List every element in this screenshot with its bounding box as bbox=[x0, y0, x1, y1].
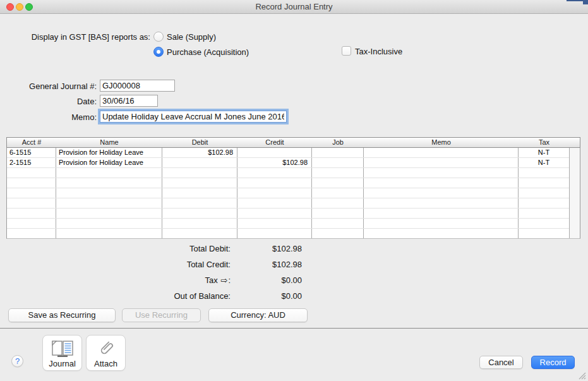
cell-debit[interactable] bbox=[162, 178, 237, 188]
cell-acct[interactable] bbox=[7, 229, 56, 238]
window-title: Record Journal Entry bbox=[0, 0, 588, 14]
cell-tax[interactable] bbox=[519, 229, 570, 238]
tax-inclusive-label[interactable]: Tax-Inclusive bbox=[355, 46, 402, 57]
cell-job[interactable] bbox=[312, 198, 364, 208]
cell-name[interactable] bbox=[56, 209, 162, 218]
cell-job[interactable] bbox=[312, 229, 364, 238]
cell-name[interactable] bbox=[56, 219, 162, 228]
cell-tax[interactable] bbox=[519, 188, 570, 198]
table-row[interactable] bbox=[7, 178, 580, 188]
table-scrollbar-track[interactable] bbox=[569, 148, 580, 239]
cell-memo[interactable] bbox=[364, 209, 519, 218]
cell-job[interactable] bbox=[312, 219, 364, 228]
cell-credit[interactable] bbox=[237, 148, 312, 157]
cell-tax[interactable]: N-T bbox=[519, 158, 570, 167]
radio-purchase-acquisition[interactable] bbox=[153, 47, 164, 57]
tax-total-label: Tax ⇨: bbox=[114, 275, 231, 286]
cell-name[interactable] bbox=[56, 178, 162, 188]
table-row[interactable] bbox=[7, 198, 580, 209]
cell-name[interactable] bbox=[56, 229, 162, 238]
date-input[interactable] bbox=[100, 95, 158, 107]
cell-tax[interactable]: N-T bbox=[519, 148, 570, 157]
cell-credit[interactable] bbox=[237, 229, 312, 238]
cell-debit[interactable] bbox=[162, 209, 237, 218]
cell-name[interactable] bbox=[56, 188, 162, 198]
table-row[interactable] bbox=[7, 188, 580, 198]
save-as-recurring-button[interactable]: Save as Recurring bbox=[8, 308, 116, 322]
footer-separator bbox=[0, 328, 588, 329]
cell-name[interactable]: Provision for Holiday Leave bbox=[56, 148, 162, 157]
currency-button[interactable]: Currency: AUD bbox=[208, 308, 308, 322]
table-row[interactable] bbox=[7, 219, 580, 229]
cell-debit[interactable]: $102.98 bbox=[162, 148, 237, 157]
journal-button[interactable]: Journal bbox=[42, 335, 82, 371]
cell-acct[interactable] bbox=[7, 178, 56, 188]
table-row[interactable]: 2-1515Provision for Holiday Leave$102.98… bbox=[7, 158, 580, 168]
cell-memo[interactable] bbox=[364, 229, 519, 238]
cell-memo[interactable] bbox=[364, 148, 519, 157]
cell-memo[interactable] bbox=[364, 198, 519, 208]
radio-sale-supply[interactable] bbox=[153, 32, 164, 42]
cell-acct[interactable] bbox=[7, 209, 56, 218]
cell-acct[interactable]: 6-1515 bbox=[7, 148, 56, 157]
tax-inclusive-checkbox[interactable] bbox=[342, 46, 351, 56]
cell-job[interactable] bbox=[312, 158, 364, 167]
cell-tax[interactable] bbox=[519, 209, 570, 218]
attach-button[interactable]: Attach bbox=[86, 335, 126, 371]
cell-job[interactable] bbox=[312, 209, 364, 218]
cell-credit[interactable] bbox=[237, 209, 312, 218]
tax-drilldown-arrow-icon[interactable]: ⇨ bbox=[220, 275, 228, 285]
memo-label: Memo: bbox=[0, 112, 97, 123]
cell-credit[interactable] bbox=[237, 219, 312, 228]
cell-tax[interactable] bbox=[519, 178, 570, 188]
cell-acct[interactable] bbox=[7, 219, 56, 228]
cell-acct[interactable]: 2-1515 bbox=[7, 158, 56, 167]
cell-credit[interactable] bbox=[237, 198, 312, 208]
resize-grip[interactable] bbox=[577, 370, 586, 380]
cell-job[interactable] bbox=[312, 148, 364, 157]
cancel-button[interactable]: Cancel bbox=[479, 356, 523, 369]
cell-memo[interactable] bbox=[364, 188, 519, 198]
cell-name[interactable] bbox=[56, 168, 162, 178]
cell-memo[interactable] bbox=[364, 219, 519, 228]
journal-table-body[interactable]: 6-1515Provision for Holiday Leave$102.98… bbox=[6, 148, 580, 239]
cell-debit[interactable] bbox=[162, 198, 237, 208]
cell-credit[interactable] bbox=[237, 188, 312, 198]
journal-button-label: Journal bbox=[43, 359, 81, 368]
cell-tax[interactable] bbox=[519, 219, 570, 228]
background-window-fragment bbox=[583, 0, 588, 4]
cell-credit[interactable] bbox=[237, 168, 312, 178]
cell-name[interactable] bbox=[56, 198, 162, 208]
cell-memo[interactable] bbox=[364, 178, 519, 188]
journal-number-input[interactable] bbox=[100, 80, 175, 92]
table-row[interactable] bbox=[7, 168, 580, 178]
help-button[interactable]: ? bbox=[11, 355, 23, 367]
total-credit-label: Total Credit: bbox=[114, 260, 231, 270]
total-credit-value: $102.98 bbox=[240, 260, 302, 270]
cell-tax[interactable] bbox=[519, 198, 570, 208]
cell-memo[interactable] bbox=[364, 158, 519, 167]
radio-purchase-acquisition-label[interactable]: Purchase (Acquisition) bbox=[167, 47, 249, 57]
table-row[interactable]: 6-1515Provision for Holiday Leave$102.98… bbox=[7, 148, 580, 158]
cell-job[interactable] bbox=[312, 168, 364, 178]
radio-sale-supply-label[interactable]: Sale (Supply) bbox=[167, 32, 216, 42]
record-button[interactable]: Record bbox=[531, 356, 575, 369]
cell-credit[interactable]: $102.98 bbox=[237, 158, 312, 167]
cell-debit[interactable] bbox=[162, 168, 237, 178]
memo-input[interactable] bbox=[100, 111, 287, 123]
cell-acct[interactable] bbox=[7, 198, 56, 208]
cell-credit[interactable] bbox=[237, 178, 312, 188]
cell-debit[interactable] bbox=[162, 158, 237, 167]
cell-acct[interactable] bbox=[7, 168, 56, 178]
cell-debit[interactable] bbox=[162, 219, 237, 228]
table-row[interactable] bbox=[7, 209, 580, 219]
cell-acct[interactable] bbox=[7, 188, 56, 198]
cell-job[interactable] bbox=[312, 178, 364, 188]
cell-job[interactable] bbox=[312, 188, 364, 198]
cell-name[interactable]: Provision for Holiday Leave bbox=[56, 158, 162, 167]
cell-debit[interactable] bbox=[162, 188, 237, 198]
table-row[interactable] bbox=[7, 229, 580, 239]
cell-debit[interactable] bbox=[162, 229, 237, 238]
cell-tax[interactable] bbox=[519, 168, 570, 178]
cell-memo[interactable] bbox=[364, 168, 519, 178]
